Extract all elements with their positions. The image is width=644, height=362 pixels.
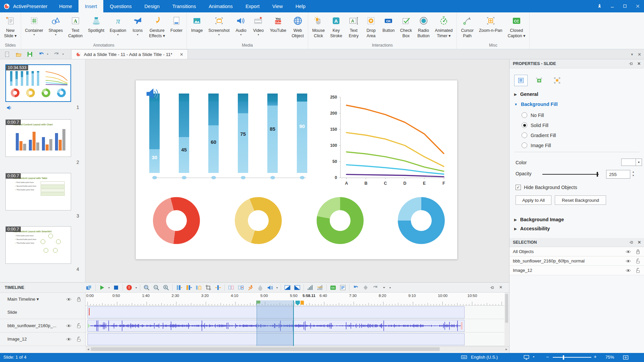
menu-tab-design[interactable]: Design [138,0,166,12]
screenshot-button[interactable]: Screenshot▾ [206,13,232,43]
closed-caption-button[interactable]: CCClosedCaption ▾ [505,13,528,43]
keyboard-icon[interactable] [461,354,467,360]
fill-option-no-fill[interactable]: No Fill [522,112,544,118]
redo-small-button[interactable] [372,284,379,291]
timeline-vscrollbar[interactable] [504,293,509,346]
record-narration-button[interactable]: ! [126,284,132,291]
panel-collapse-icon[interactable]: ▾ [631,52,633,57]
cursor-path-button[interactable]: CursorPath [458,13,476,43]
slide-thumbnail-3[interactable]: 0:00.7Two Content Layout with TableFirst… [5,173,71,210]
dropdown-arrow-icon[interactable]: ▾ [276,286,278,289]
lock-open-icon[interactable] [76,336,82,342]
lock-icon[interactable] [76,296,82,302]
opacity-value-input[interactable]: 255 [606,170,630,179]
check-box-button[interactable]: CheckBox [397,13,415,43]
eye-icon[interactable] [625,267,631,274]
fill-option-solid-fill[interactable]: Solid Fill [522,122,548,128]
track-header-image-12[interactable]: Image_12 [0,333,86,346]
playback-speed-button[interactable] [247,284,254,291]
eye-icon[interactable] [66,323,72,329]
stop-button[interactable] [113,284,119,291]
delete-range-button[interactable] [195,284,202,291]
menu-tab-view[interactable]: View [266,0,289,12]
menu-tab-export[interactable]: Export [239,0,266,12]
selection-row[interactable]: bbb_sunflower_2160p_60fps_normal [509,256,644,266]
range-end-marker[interactable] [301,301,304,305]
qa-redo-button[interactable] [52,50,61,59]
minimize-button[interactable] [606,0,619,12]
shapes-button[interactable]: Shapes▾ [46,13,65,43]
keyframe-button[interactable] [362,284,369,291]
undo-small-button[interactable] [353,284,359,291]
eye-icon[interactable] [66,336,72,342]
zoom-slider-track[interactable] [553,357,591,358]
scroll-thumb[interactable] [91,347,440,351]
section-background-fill[interactable]: ▼Background Fill [514,102,557,107]
scroll-left-arrow[interactable]: ◄ [86,347,91,352]
qa-undo-button[interactable] [37,50,46,59]
dropdown-arrow-icon[interactable]: ▾ [61,53,65,56]
document-tab[interactable]: Add a Slide Title - 11 - Add a Slide Tit… [71,49,188,59]
audio-button[interactable]: Audio▾ [232,13,250,43]
slide-thumbnail-1[interactable]: 10:34.533 [5,64,71,102]
close-panel-icon[interactable]: ✕ [638,240,641,245]
pin-icon[interactable] [629,240,634,245]
slide-thumbnail-4[interactable]: 0:00.7Two Content Layout with SmartArtFi… [5,226,71,264]
zoom-slider-handle[interactable] [563,355,564,360]
text-caption-button[interactable]: ATextCaption [65,13,85,43]
close-button[interactable] [631,0,644,12]
opacity-slider-handle[interactable] [597,172,598,177]
upgrade-rocket-icon[interactable] [593,0,606,12]
web-object-button[interactable]: WebObject [289,13,307,43]
caption-list-button[interactable] [339,284,346,291]
timeline-ruler[interactable]: 0:000:501:402:303:204:105:005:506:407:30… [86,293,509,306]
color-swatch[interactable] [621,159,636,166]
closed-caption-small-button[interactable]: CC [330,284,336,291]
drop-area-button[interactable]: DropArea [362,13,380,43]
close-panel-icon[interactable]: ✕ [499,285,502,290]
opacity-slider-track[interactable] [542,174,599,175]
fade-in-button[interactable] [284,284,291,291]
volume-bars-button[interactable] [307,284,314,291]
dropdown-arrow-icon[interactable]: ▾ [46,53,50,56]
gesture-effects-button[interactable]: GestureEffects ▾ [146,13,168,43]
insert-frames-button[interactable] [228,284,234,291]
more-button[interactable] [382,285,386,290]
zoom-n-pan-button[interactable]: Zoom-n-Pan [476,13,505,43]
document-close-icon[interactable]: ✕ [180,52,183,57]
fit-to-window-icon[interactable] [623,354,629,361]
track-header-slide[interactable]: Slide [0,306,86,319]
footer-button[interactable]: Footer [168,13,185,43]
timeline-hscrollbar[interactable]: ◄► [86,346,509,352]
track-header-bbb-sunflower-2160p-[interactable]: bbb_sunflower_2160p_... [0,319,86,333]
panel-close-icon[interactable]: ✕ [638,52,641,57]
close-panel-icon[interactable]: ✕ [637,61,641,66]
scroll-thumb[interactable] [505,294,508,323]
properties-tab-properties[interactable] [514,75,528,86]
container-button[interactable]: Container▾ [22,13,46,43]
freeze-frame-button[interactable] [257,284,264,291]
selection-row[interactable]: Image_12 [509,266,644,275]
display-icon[interactable] [523,354,530,361]
track-lane-2[interactable] [86,319,509,333]
split-end-button[interactable] [185,284,192,291]
audio-volume-button[interactable] [267,284,273,291]
spinner-arrows[interactable]: ▲▼ [631,170,636,177]
menu-tab-transitions[interactable]: Transitions [166,0,202,12]
properties-tab-interactivity[interactable] [550,75,564,86]
equation-button[interactable]: πEquation▾ [107,13,129,43]
menu-tab-home[interactable]: Home [53,0,78,12]
track-lane-1[interactable] [86,306,509,319]
menu-tab-animations[interactable]: Animations [202,0,239,12]
menu-tab-help[interactable]: Help [289,0,312,12]
eye-icon[interactable] [625,249,631,255]
color-dropdown-icon[interactable]: ▼ [636,159,642,166]
section-background-image[interactable]: ▶Background Image [514,217,564,222]
spotlight-button[interactable]: Spotlight [85,13,107,43]
mouse-click-button[interactable]: MouseClick [310,13,328,43]
video-button[interactable]: Video▾ [250,13,267,43]
zoom-out-button[interactable]: − [546,354,549,360]
lock-icon[interactable] [635,249,641,255]
button-button[interactable]: OKButton [380,13,397,43]
hide-background-checkbox[interactable]: ✓Hide Background Objects [516,185,577,190]
